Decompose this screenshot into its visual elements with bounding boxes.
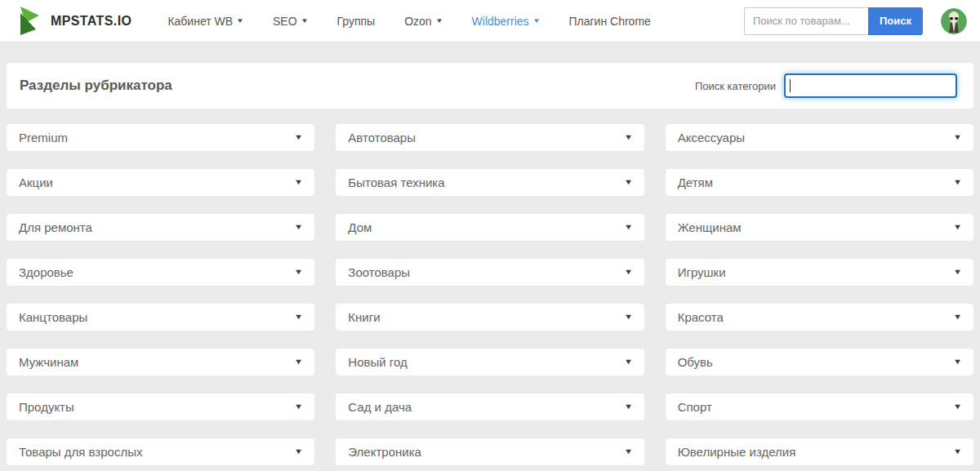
nav-item-kabinet-wb[interactable]: Кабинет WB▼ xyxy=(167,15,243,28)
category-dropdown[interactable]: Канцтовары▼ xyxy=(7,304,314,331)
chevron-down-icon: ▼ xyxy=(624,358,633,366)
top-navbar: MPSTATS.IO Кабинет WB▼SEO▼ГруппыOzon▼Wil… xyxy=(0,0,980,42)
chevron-down-icon: ▼ xyxy=(294,313,303,321)
category-dropdown[interactable]: Обувь▼ xyxy=(666,349,973,375)
chevron-down-icon: ▼ xyxy=(953,224,962,231)
category-search-input[interactable] xyxy=(784,73,957,98)
product-search-input[interactable] xyxy=(744,7,868,35)
main-nav: Кабинет WB▼SEO▼ГруппыOzon▼Wildberries▼Пл… xyxy=(167,15,650,28)
category-dropdown[interactable]: Аксессуары▼ xyxy=(666,124,973,151)
category-label: Ювелирные изделия xyxy=(678,445,796,459)
category-label: Спорт xyxy=(678,400,712,414)
chevron-down-icon: ▼ xyxy=(953,448,962,455)
category-dropdown[interactable]: Новый год▼ xyxy=(336,349,644,375)
nav-item-wildberries[interactable]: Wildberries▼ xyxy=(472,15,540,28)
category-label: Автотовары xyxy=(348,131,416,144)
chevron-down-icon: ▼ xyxy=(624,269,633,276)
chevron-down-icon: ▼ xyxy=(301,18,309,24)
chevron-down-icon: ▼ xyxy=(294,403,303,411)
nav-item-seo[interactable]: SEO▼ xyxy=(273,15,308,28)
chevron-down-icon: ▼ xyxy=(624,179,633,186)
chevron-down-icon: ▼ xyxy=(294,448,303,455)
category-label: Бытовая техника xyxy=(348,176,444,189)
category-label: Книги xyxy=(348,310,380,324)
nav-item-label: Плагин Chrome xyxy=(569,15,651,28)
nav-item-plagin-chrome[interactable]: Плагин Chrome xyxy=(569,15,651,28)
category-dropdown[interactable]: Автотовары▼ xyxy=(336,124,644,151)
nav-item-label: SEO xyxy=(273,15,297,28)
chevron-down-icon: ▼ xyxy=(532,18,541,24)
category-label: Premium xyxy=(19,131,68,144)
chevron-down-icon: ▼ xyxy=(294,134,303,141)
category-label: Новый год xyxy=(348,355,407,369)
category-dropdown[interactable]: Товары для взрослых▼ xyxy=(7,438,314,465)
chevron-down-icon: ▼ xyxy=(294,358,303,366)
category-dropdown[interactable]: Premium▼ xyxy=(7,124,314,151)
category-dropdown[interactable]: Детям▼ xyxy=(666,169,973,196)
category-dropdown[interactable]: Мужчинам▼ xyxy=(7,349,314,375)
category-dropdown[interactable]: Акции▼ xyxy=(7,169,314,196)
category-label: Здоровье xyxy=(19,265,74,279)
category-label: Товары для взрослых xyxy=(19,445,142,459)
category-dropdown[interactable]: Женщинам▼ xyxy=(666,214,973,241)
category-label: Зоотовары xyxy=(348,265,410,279)
category-dropdown[interactable]: Красота▼ xyxy=(666,304,973,331)
category-label: Обувь xyxy=(678,355,713,369)
category-dropdown[interactable]: Спорт▼ xyxy=(666,393,973,420)
category-dropdown[interactable]: Электроника▼ xyxy=(336,438,644,465)
category-grid: Premium▼Автотовары▼Аксессуары▼Акции▼Быто… xyxy=(7,124,973,471)
category-label: Для ремонта xyxy=(19,220,92,234)
category-dropdown[interactable]: Дом▼ xyxy=(336,214,644,241)
category-search-wrap xyxy=(784,73,957,98)
category-label: Дом xyxy=(348,220,372,234)
rubricator-panel: Разделы рубрикатора Поиск категории xyxy=(7,63,973,109)
category-label: Красота xyxy=(678,310,724,324)
category-label: Детям xyxy=(678,176,713,189)
chevron-down-icon: ▼ xyxy=(624,134,633,141)
chevron-down-icon: ▼ xyxy=(953,358,962,366)
mpstats-logo xyxy=(15,6,44,37)
category-dropdown[interactable]: Игрушки▼ xyxy=(666,259,973,286)
chevron-down-icon: ▼ xyxy=(294,179,303,186)
category-dropdown[interactable]: Книги▼ xyxy=(336,304,644,331)
nav-item-label: Группы xyxy=(337,15,376,28)
category-label: Сад и дача xyxy=(348,400,412,414)
product-search-group: Поиск xyxy=(744,7,923,35)
category-label: Электроника xyxy=(348,445,421,459)
avatar-image xyxy=(941,8,967,34)
category-label: Женщинам xyxy=(678,220,742,234)
category-search-group: Поиск категории xyxy=(695,73,957,98)
page-title: Разделы рубрикатора xyxy=(20,78,172,94)
chevron-down-icon: ▼ xyxy=(624,403,633,411)
chevron-down-icon: ▼ xyxy=(294,269,303,276)
category-dropdown[interactable]: Ювелирные изделия▼ xyxy=(666,438,973,465)
main-content: Разделы рубрикатора Поиск категории Prem… xyxy=(0,63,980,471)
category-label: Игрушки xyxy=(678,265,726,279)
chevron-down-icon: ▼ xyxy=(624,313,633,321)
chevron-down-icon: ▼ xyxy=(624,224,633,231)
category-dropdown[interactable]: Бытовая техника▼ xyxy=(336,169,644,196)
category-label: Мужчинам xyxy=(19,355,78,369)
chevron-down-icon: ▼ xyxy=(435,18,443,24)
chevron-down-icon: ▼ xyxy=(953,403,962,411)
category-label: Акции xyxy=(19,176,53,189)
nav-item-ozon[interactable]: Ozon▼ xyxy=(404,15,442,28)
category-dropdown[interactable]: Для ремонта▼ xyxy=(7,214,314,241)
chevron-down-icon: ▼ xyxy=(953,134,962,141)
user-avatar[interactable] xyxy=(941,8,967,34)
category-dropdown[interactable]: Продукты▼ xyxy=(7,393,314,420)
category-search-label: Поиск категории xyxy=(695,80,776,92)
chevron-down-icon: ▼ xyxy=(953,269,962,276)
nav-item-gruppy[interactable]: Группы xyxy=(337,15,376,28)
chevron-down-icon: ▼ xyxy=(624,448,633,455)
text-cursor xyxy=(790,79,791,92)
category-dropdown[interactable]: Сад и дача▼ xyxy=(336,393,644,420)
category-dropdown[interactable]: Зоотовары▼ xyxy=(336,259,644,286)
product-search-button[interactable]: Поиск xyxy=(868,7,923,35)
category-dropdown[interactable]: Здоровье▼ xyxy=(7,259,314,286)
chevron-down-icon: ▼ xyxy=(953,313,962,321)
category-label: Аксессуары xyxy=(678,131,745,144)
nav-item-label: Ozon xyxy=(404,15,431,28)
category-label: Канцтовары xyxy=(19,310,87,324)
nav-item-label: Wildberries xyxy=(472,15,529,28)
